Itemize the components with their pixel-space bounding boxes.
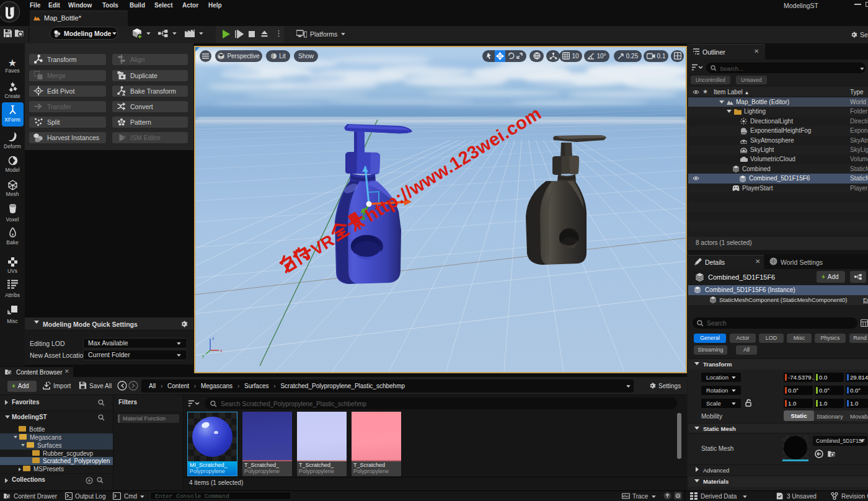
svg-text:x: x xyxy=(220,348,223,353)
svg-text:z: z xyxy=(212,336,215,340)
svg-text:y: y xyxy=(202,353,205,358)
